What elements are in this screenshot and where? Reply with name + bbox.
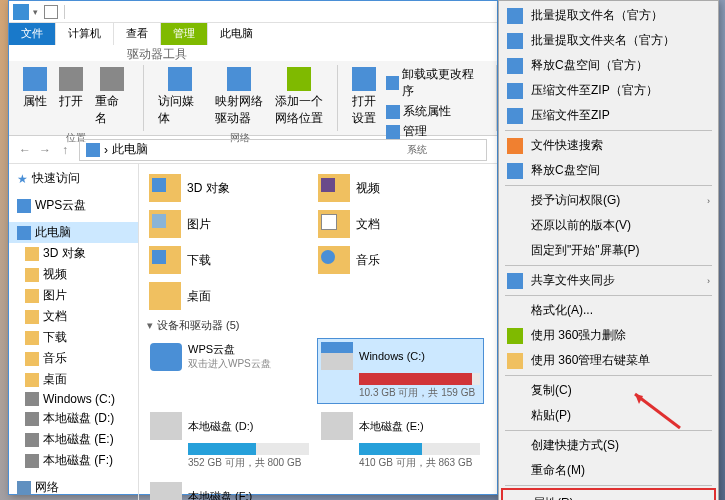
menu-share-sync[interactable]: 共享文件夹同步› (501, 268, 716, 293)
folder-documents[interactable]: 文档 (316, 208, 481, 240)
menu-separator (505, 375, 712, 376)
main-panel: 3D 对象 视频 图片 文档 下载 音乐 桌面 设备和驱动器 (5) WPS云盘… (139, 164, 497, 500)
spacer-icon (507, 193, 523, 209)
drive-icon (321, 412, 353, 440)
drive-icon (150, 412, 182, 440)
folder-pictures[interactable]: 图片 (147, 208, 312, 240)
tab-file[interactable]: 文件 (9, 23, 56, 45)
context-title: 此电脑 (208, 23, 265, 45)
menu-copy[interactable]: 复制(C) (501, 378, 716, 403)
ribbon-properties[interactable]: 属性 (17, 65, 53, 129)
menu-free-c-space[interactable]: 释放C盘空间 (501, 158, 716, 183)
folder-icon (318, 246, 350, 274)
menu-pin-start[interactable]: 固定到"开始"屏幕(P) (501, 238, 716, 263)
dropdown-icon[interactable]: ▾ (33, 7, 38, 17)
drive-icon (25, 454, 39, 468)
up-button[interactable]: ↑ (55, 140, 75, 160)
menu-restore-prev[interactable]: 还原以前的版本(V) (501, 213, 716, 238)
menu-separator (505, 185, 712, 186)
menu-separator (505, 295, 712, 296)
drives-header[interactable]: 设备和驱动器 (5) (147, 318, 489, 333)
address-bar: ← → ↑ › 此电脑 (9, 136, 497, 164)
sidebar-drive-c[interactable]: Windows (C:) (9, 390, 138, 408)
drive-c[interactable]: Windows (C:) 10.3 GB 可用，共 159 GB (318, 339, 483, 403)
menu-360-delete[interactable]: 使用 360强力删除 (501, 323, 716, 348)
sidebar-wps[interactable]: WPS云盘 (9, 195, 138, 216)
folder-icon (25, 247, 39, 261)
cloud-icon (17, 199, 31, 213)
folder-desktop[interactable]: 桌面 (147, 280, 312, 312)
menu-separator (505, 485, 712, 486)
folder-icon (318, 210, 350, 238)
sidebar-quick-access[interactable]: ★快速访问 (9, 168, 138, 189)
ribbon-settings[interactable]: 打开 设置 (346, 65, 382, 141)
ribbon-netdrive[interactable]: 映射网络 驱动器 (209, 65, 269, 129)
refresh-icon[interactable] (44, 5, 58, 19)
sidebar-network[interactable]: 网络 (9, 477, 138, 498)
address-input[interactable]: › 此电脑 (79, 139, 487, 161)
spacer-icon (507, 218, 523, 234)
usage-bar (359, 373, 480, 385)
app-icon (507, 328, 523, 344)
folder-video[interactable]: 视频 (316, 172, 481, 204)
menu-properties[interactable]: 属性(R) (503, 491, 714, 500)
sidebar-drive-e[interactable]: 本地磁盘 (E:) (9, 429, 138, 450)
forward-button[interactable]: → (35, 140, 55, 160)
menu-separator (505, 265, 712, 266)
ribbon-uninstall[interactable]: 卸载或更改程序 (382, 65, 488, 101)
menu-shortcut[interactable]: 创建快捷方式(S) (501, 433, 716, 458)
menu-format[interactable]: 格式化(A)... (501, 298, 716, 323)
ribbon-sysprops[interactable]: 系统属性 (382, 102, 488, 121)
sidebar-downloads[interactable]: 下载 (9, 327, 138, 348)
ribbon-addnet[interactable]: 添加一个 网络位置 (269, 65, 329, 129)
spacer-icon (507, 303, 523, 319)
app-icon (507, 83, 523, 99)
drive-f[interactable]: 本地磁盘 (F:) 57.6 GB 可用，共 70.0 GB (147, 479, 312, 500)
menu-free-c-space-official[interactable]: 释放C盘空间（官方） (501, 53, 716, 78)
ribbon: 属性 打开 重命名 位置 访问媒体 映射网络 驱动器 添加一个 网络位置 网络 … (9, 61, 497, 136)
menu-quick-search[interactable]: 文件快速搜索 (501, 133, 716, 158)
divider (64, 5, 65, 19)
drive-wps[interactable]: WPS云盘双击进入WPS云盘 (147, 339, 312, 403)
sidebar-desktop[interactable]: 桌面 (9, 369, 138, 390)
folder-downloads[interactable]: 下载 (147, 244, 312, 276)
folder-music[interactable]: 音乐 (316, 244, 481, 276)
ribbon-open[interactable]: 打开 (53, 65, 89, 129)
tab-manage[interactable]: 管理 (161, 23, 208, 45)
tab-view[interactable]: 查看 (114, 23, 161, 45)
sidebar-3d[interactable]: 3D 对象 (9, 243, 138, 264)
folder-icon (25, 268, 39, 282)
menu-zip-official[interactable]: 压缩文件至ZIP（官方） (501, 78, 716, 103)
sidebar-drive-d[interactable]: 本地磁盘 (D:) (9, 408, 138, 429)
menu-paste[interactable]: 粘贴(P) (501, 403, 716, 428)
menu-zip[interactable]: 压缩文件至ZIP (501, 103, 716, 128)
menu-batch-extract-files[interactable]: 批量提取文件名（官方） (501, 3, 716, 28)
folder-3d[interactable]: 3D 对象 (147, 172, 312, 204)
folder-icon (25, 310, 39, 324)
tab-subrow: 驱动器工具 (9, 45, 497, 61)
sidebar-music[interactable]: 音乐 (9, 348, 138, 369)
sidebar-this-pc[interactable]: 此电脑 (9, 222, 138, 243)
app-icon (507, 33, 523, 49)
menu-separator (505, 130, 712, 131)
ribbon-media[interactable]: 访问媒体 (152, 65, 209, 129)
drive-icon (25, 412, 39, 426)
sidebar-drive-f[interactable]: 本地磁盘 (F:) (9, 450, 138, 471)
explorer-window: ▾ 文件 计算机 查看 管理 此电脑 驱动器工具 属性 打开 重命名 位置 访问… (8, 0, 498, 495)
folder-icon (318, 174, 350, 202)
menu-360-context[interactable]: 使用 360管理右键菜单 (501, 348, 716, 373)
drive-e[interactable]: 本地磁盘 (E:) 410 GB 可用，共 863 GB (318, 409, 483, 473)
menu-batch-extract-folders[interactable]: 批量提取文件夹名（官方） (501, 28, 716, 53)
drive-d[interactable]: 本地磁盘 (D:) 352 GB 可用，共 800 GB (147, 409, 312, 473)
ribbon-rename[interactable]: 重命名 (89, 65, 135, 129)
sidebar-pictures[interactable]: 图片 (9, 285, 138, 306)
folder-icon (25, 373, 39, 387)
sidebar-documents[interactable]: 文档 (9, 306, 138, 327)
menu-grant-access[interactable]: 授予访问权限(G)› (501, 188, 716, 213)
star-icon: ★ (17, 172, 28, 186)
menu-rename[interactable]: 重命名(M) (501, 458, 716, 483)
sidebar-video[interactable]: 视频 (9, 264, 138, 285)
back-button[interactable]: ← (15, 140, 35, 160)
tab-computer[interactable]: 计算机 (56, 23, 114, 45)
app-icon (507, 163, 523, 179)
